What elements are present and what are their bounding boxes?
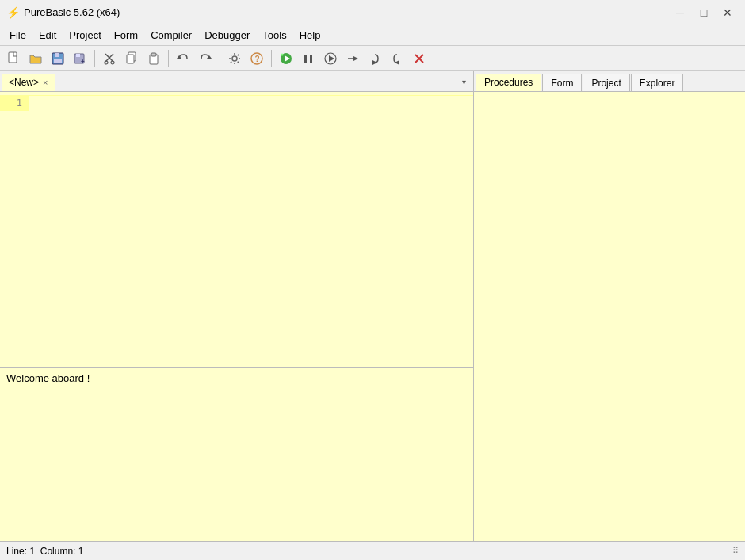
svg-rect-14: [151, 53, 156, 56]
editor-line-1: 1: [0, 95, 473, 111]
tab-explorer-label: Explorer: [640, 78, 675, 89]
step-icon: [346, 51, 360, 66]
prefs-icon: [227, 51, 242, 66]
undo-icon: [176, 51, 190, 66]
open-button[interactable]: [25, 48, 46, 69]
redo-button[interactable]: [195, 48, 216, 69]
svg-rect-23: [304, 55, 307, 63]
redo-icon: [198, 51, 212, 66]
svg-rect-0: [9, 52, 17, 63]
run-button[interactable]: [276, 48, 296, 69]
separator-1: [94, 50, 95, 67]
stepin-icon: [390, 51, 404, 66]
stepin-button[interactable]: [387, 48, 407, 69]
svg-rect-24: [310, 55, 312, 63]
menu-help[interactable]: Help: [293, 27, 327, 44]
help-button[interactable]: ?: [246, 48, 267, 69]
stepback-icon: [368, 51, 382, 66]
run-icon: [279, 51, 293, 66]
minimize-button[interactable]: ─: [669, 4, 691, 21]
tab-form-label: Form: [551, 78, 573, 89]
editor-area[interactable]: 1: [0, 92, 473, 367]
svg-rect-5: [76, 54, 80, 57]
tab-label: <New>: [9, 77, 39, 88]
toolbar: +: [0, 46, 745, 71]
column-label: Column:: [40, 546, 76, 557]
resize-grip: ⠿: [732, 546, 739, 556]
stop-button[interactable]: [409, 48, 430, 69]
title-controls: ─ □ ✕: [669, 4, 739, 21]
output-panel: Welcome aboard !: [0, 367, 473, 541]
menu-bar: File Edit Project Form Compiler Debugger…: [0, 25, 745, 46]
menu-edit[interactable]: Edit: [32, 27, 63, 44]
tab-procedures[interactable]: Procedures: [476, 74, 541, 91]
play-icon: [323, 51, 338, 66]
right-panel: Procedures Form Project Explorer: [474, 71, 745, 541]
svg-marker-26: [329, 55, 334, 62]
output-message: Welcome aboard !: [6, 372, 90, 384]
stop-icon: [412, 51, 426, 66]
prefs-button[interactable]: [224, 48, 245, 69]
tab-project-label: Project: [591, 78, 621, 89]
tab-explorer[interactable]: Explorer: [631, 74, 684, 91]
separator-2: [168, 50, 169, 67]
svg-point-22: [281, 53, 284, 55]
pause-button[interactable]: [298, 48, 319, 69]
svg-rect-2: [55, 53, 59, 57]
main-area: <New> × ▾ 1 Welcome aboard ! Procedures …: [0, 71, 745, 541]
svg-marker-27: [353, 56, 358, 61]
tab-form[interactable]: Form: [542, 74, 582, 91]
cut-icon: [102, 51, 117, 66]
menu-tools[interactable]: Tools: [256, 27, 292, 44]
menu-project[interactable]: Project: [63, 27, 107, 44]
app-icon: ⚡: [6, 6, 19, 19]
close-button[interactable]: ✕: [716, 4, 739, 21]
pause-icon: [301, 51, 315, 66]
tab-dropdown-button[interactable]: ▾: [457, 75, 470, 88]
right-content: [474, 92, 745, 541]
svg-text:+: +: [81, 58, 85, 65]
title-left: ⚡ PureBasic 5.62 (x64): [6, 6, 120, 19]
menu-form[interactable]: Form: [108, 27, 144, 44]
tab-close-button[interactable]: ×: [42, 78, 48, 87]
separator-3: [220, 50, 220, 67]
stepback-button[interactable]: [365, 48, 385, 69]
paste-icon: [147, 51, 161, 66]
play-button[interactable]: [320, 48, 341, 69]
svg-marker-28: [372, 60, 377, 65]
menu-compiler[interactable]: Compiler: [144, 27, 198, 44]
menu-debugger[interactable]: Debugger: [198, 27, 256, 44]
save-icon: [51, 51, 65, 66]
svg-rect-3: [54, 59, 62, 63]
save-button[interactable]: [48, 48, 68, 69]
tab-bar: <New> × ▾: [0, 71, 473, 92]
svg-text:?: ?: [255, 55, 260, 63]
saveas-button[interactable]: +: [70, 48, 90, 69]
copy-button[interactable]: [121, 48, 142, 69]
editor-tab[interactable]: <New> ×: [2, 74, 55, 91]
menu-file[interactable]: File: [3, 27, 32, 44]
new-button[interactable]: [3, 48, 24, 69]
line-value: 1: [29, 546, 35, 557]
maximize-button[interactable]: □: [693, 4, 715, 21]
title-text: PureBasic 5.62 (x64): [24, 6, 120, 18]
svg-point-10: [111, 61, 114, 64]
step-button[interactable]: [342, 48, 363, 69]
line-label: Line:: [6, 546, 27, 557]
tab-procedures-label: Procedures: [484, 77, 533, 88]
copy-icon: [124, 51, 139, 66]
saveas-icon: +: [73, 51, 87, 66]
title-bar: ⚡ PureBasic 5.62 (x64) ─ □ ✕: [0, 0, 745, 25]
paste-button[interactable]: [143, 48, 164, 69]
line-number-1: 1: [0, 97, 29, 109]
undo-button[interactable]: [173, 48, 193, 69]
open-icon: [29, 51, 43, 66]
help-icon: ?: [250, 51, 264, 66]
svg-point-17: [232, 56, 237, 61]
new-icon: [6, 51, 21, 66]
status-bar: Line: 1 Column: 1 ⠿: [0, 541, 745, 560]
tab-project[interactable]: Project: [583, 74, 629, 91]
cut-button[interactable]: [99, 48, 120, 69]
right-tab-bar: Procedures Form Project Explorer: [474, 71, 745, 92]
line-content-1[interactable]: [29, 96, 473, 111]
